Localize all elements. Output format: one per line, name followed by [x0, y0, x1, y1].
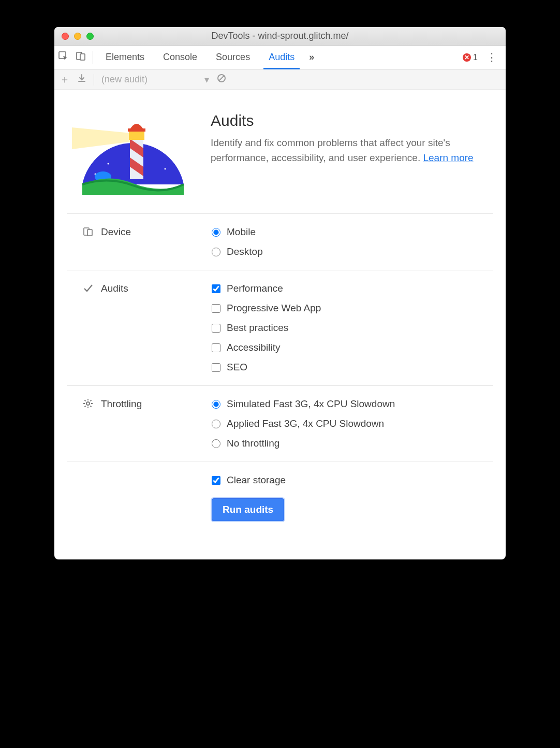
tab-label: Audits: [269, 52, 294, 63]
option-label: Clear storage: [227, 474, 286, 486]
hero-text: Audits Identify and fix common problems …: [211, 112, 488, 195]
tab-label: Sources: [216, 52, 250, 63]
tab-label: Elements: [106, 52, 144, 63]
new-audit-icon[interactable]: ＋: [60, 73, 70, 87]
error-count[interactable]: ✕ 1: [463, 53, 478, 62]
section-label: Device: [82, 226, 212, 257]
radio-input[interactable]: [212, 420, 220, 428]
audit-option-pwa[interactable]: Progressive Web App: [212, 303, 478, 314]
svg-point-9: [108, 163, 109, 165]
option-label: Mobile: [227, 226, 256, 238]
throttle-option-none[interactable]: No throttling: [212, 438, 478, 449]
svg-point-23: [86, 402, 90, 405]
audit-toolbar: ＋ (new audit) ▾: [54, 69, 506, 90]
audit-dropdown[interactable]: (new audit) ▾: [101, 74, 209, 85]
audit-option-performance[interactable]: Performance: [212, 283, 478, 294]
svg-rect-22: [87, 229, 92, 236]
tab-label: Console: [163, 52, 197, 63]
device-icon: [82, 226, 94, 237]
hero-title: Audits: [211, 112, 488, 130]
svg-point-8: [170, 153, 171, 154]
tabbar: Elements Console Sources Audits » ✕ 1 ⋮: [54, 46, 506, 69]
section-title: Audits: [101, 283, 128, 294]
section-label: Audits: [82, 283, 212, 373]
hero: Audits Identify and fix common problems …: [67, 105, 493, 214]
device-toolbar-icon[interactable]: [72, 51, 90, 64]
audit-dropdown-label: (new audit): [101, 74, 148, 85]
audits-panel: Audits Identify and fix common problems …: [54, 90, 506, 559]
tab-sources[interactable]: Sources: [207, 46, 259, 69]
download-icon[interactable]: [77, 74, 86, 85]
more-tabs-icon[interactable]: »: [304, 46, 319, 69]
svg-point-13: [153, 130, 172, 141]
option-label: Progressive Web App: [227, 303, 321, 314]
option-label: Best practices: [227, 322, 288, 334]
device-option-mobile[interactable]: Mobile: [212, 226, 478, 238]
run-audits-button[interactable]: Run audits: [212, 498, 284, 521]
clear-icon[interactable]: [216, 73, 227, 86]
section-title: Device: [101, 226, 131, 238]
option-label: Simulated Fast 3G, 4x CPU Slowdown: [227, 398, 395, 410]
audit-option-seo[interactable]: SEO: [212, 362, 478, 373]
panel-tabs: Elements Console Sources Audits »: [96, 46, 319, 69]
titlebar: DevTools - wind-sprout.glitch.me/: [54, 27, 506, 46]
hero-description: Identify and fix common problems that af…: [211, 136, 488, 165]
svg-rect-2: [80, 54, 85, 60]
error-count-value: 1: [473, 53, 478, 62]
option-label: Applied Fast 3G, 4x CPU Slowdown: [227, 418, 384, 429]
throttle-option-applied[interactable]: Applied Fast 3G, 4x CPU Slowdown: [212, 418, 478, 429]
checkbox-input[interactable]: [212, 343, 220, 352]
separator: [94, 74, 94, 85]
svg-point-10: [165, 168, 166, 170]
audit-option-bestpractices[interactable]: Best practices: [212, 322, 478, 334]
svg-point-7: [154, 137, 156, 139]
learn-more-link[interactable]: Learn more: [423, 152, 473, 163]
checkbox-input[interactable]: [212, 476, 220, 485]
radio-input[interactable]: [212, 248, 220, 256]
throttle-option-simulated[interactable]: Simulated Fast 3G, 4x CPU Slowdown: [212, 398, 478, 410]
devtools-window: DevTools - wind-sprout.glitch.me/ Elemen…: [54, 27, 506, 559]
radio-input[interactable]: [212, 228, 220, 237]
chevron-down-icon: ▾: [204, 74, 209, 85]
svg-line-4: [219, 76, 224, 81]
audit-option-accessibility[interactable]: Accessibility: [212, 342, 478, 353]
section-device: Device Mobile Desktop: [67, 214, 493, 270]
checkbox-input[interactable]: [212, 304, 220, 313]
option-label: Performance: [227, 283, 283, 294]
lighthouse-illustration: [72, 112, 194, 195]
inspect-element-icon[interactable]: [54, 51, 72, 64]
tab-elements[interactable]: Elements: [96, 46, 154, 69]
separator: [93, 51, 93, 64]
svg-rect-19: [129, 131, 144, 140]
device-option-desktop[interactable]: Desktop: [212, 246, 478, 257]
error-icon: ✕: [463, 53, 471, 62]
gear-icon: [82, 398, 94, 409]
radio-input[interactable]: [212, 439, 220, 448]
checkbox-input[interactable]: [212, 324, 220, 333]
section-audits: Audits Performance Progressive Web App B…: [67, 270, 493, 386]
option-label: No throttling: [227, 438, 279, 449]
option-label: Accessibility: [227, 342, 280, 353]
section-storage: Clear storage Run audits: [67, 462, 493, 534]
radio-input[interactable]: [212, 400, 220, 409]
settings-menu-icon[interactable]: ⋮: [483, 51, 500, 64]
tab-audits[interactable]: Audits: [259, 46, 304, 69]
section-label: Throttling: [82, 398, 212, 449]
option-label: SEO: [227, 362, 247, 373]
window-title: DevTools - wind-sprout.glitch.me/: [54, 31, 506, 41]
section-throttling: Throttling Simulated Fast 3G, 4x CPU Slo…: [67, 386, 493, 462]
tab-console[interactable]: Console: [154, 46, 207, 69]
checkbox-input[interactable]: [212, 284, 220, 293]
clear-storage-option[interactable]: Clear storage: [212, 474, 478, 486]
checkbox-input[interactable]: [212, 363, 220, 372]
check-icon: [82, 283, 94, 293]
svg-rect-20: [128, 128, 145, 132]
hero-body: Identify and fix common problems that af…: [211, 137, 450, 163]
option-label: Desktop: [227, 246, 263, 257]
section-title: Throttling: [101, 398, 142, 410]
